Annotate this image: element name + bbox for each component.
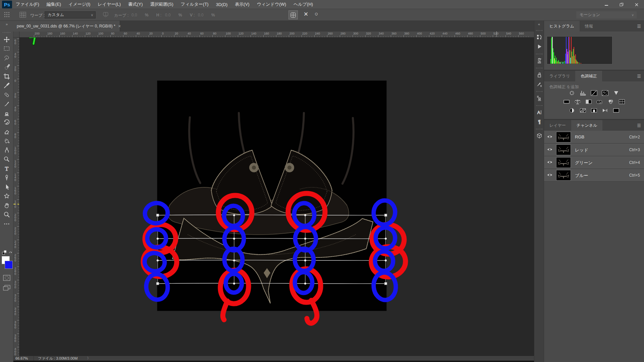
menu-item-3[interactable]: レイヤー(L) (94, 0, 124, 9)
warp-control-point[interactable] (304, 238, 306, 240)
default-colors-icon[interactable] (1, 250, 13, 255)
screen-mode-button[interactable] (3, 285, 10, 291)
warp-control-point[interactable] (304, 283, 306, 285)
channel-row-red[interactable]: レッドCtrl+3 (544, 143, 644, 156)
tool-path-selection[interactable] (0, 182, 13, 191)
restore-button[interactable] (614, 0, 629, 9)
adjustment-threshold-icon[interactable] (590, 108, 598, 113)
dock-panel-brushes[interactable] (534, 70, 544, 79)
dock-panel-actions[interactable] (534, 42, 544, 51)
visibility-eye-icon[interactable] (547, 160, 553, 166)
adjustment-selective-color-icon[interactable] (601, 108, 609, 113)
document-tab[interactable]: pew_00_uw_0031.dds @ 66.7% (レイヤー 0, RGB/… (13, 21, 120, 32)
cancel-transform-button[interactable]: ✕ (304, 11, 308, 18)
adjustment-gradient-map-icon[interactable] (612, 108, 620, 113)
adjustment-brightness-contrast-icon[interactable] (568, 90, 576, 96)
warp-corner-handle[interactable] (384, 214, 387, 217)
channel-thumbnail[interactable] (556, 157, 571, 168)
tool-eyedropper[interactable] (0, 81, 13, 90)
adjustment-black-white-icon[interactable] (585, 99, 593, 105)
adjustment-color-lookup-icon[interactable] (618, 99, 626, 105)
warp-control-point[interactable] (385, 259, 387, 261)
tool-hand[interactable] (0, 201, 13, 210)
menu-item-5[interactable]: 選択範囲(S) (147, 0, 177, 9)
tab-layers[interactable]: レイヤー (544, 120, 571, 131)
tab-adjustments[interactable]: 色調補正 (575, 71, 602, 81)
adjustment-exposure-icon[interactable] (601, 90, 609, 96)
horizontal-ruler[interactable]: 2001801601401201008060402002040608010012… (19, 32, 534, 38)
close-button[interactable] (629, 0, 644, 9)
tool-quick-selection[interactable] (0, 63, 13, 72)
tool-pen[interactable] (0, 173, 13, 182)
visibility-eye-icon[interactable] (547, 147, 553, 153)
warp-control-point[interactable] (233, 238, 235, 240)
tab-histogram[interactable]: ヒストグラム (544, 21, 580, 32)
tool-clone-stamp[interactable] (0, 109, 13, 118)
channel-thumbnail[interactable] (556, 170, 571, 181)
menu-item-2[interactable]: イメージ(I) (65, 0, 94, 9)
dock-panel-3d[interactable] (534, 131, 544, 140)
tool-custom-shape[interactable] (0, 192, 13, 201)
channel-row-blue[interactable]: ブルーCtrl+5 (544, 169, 644, 182)
warp-control-point[interactable] (233, 283, 235, 285)
tab-info[interactable]: 情報 (580, 21, 598, 32)
menu-item-4[interactable]: 書式(Y) (124, 0, 146, 9)
visibility-eye-icon[interactable] (547, 173, 553, 179)
minimize-button[interactable] (599, 0, 614, 9)
warp-corner-handle[interactable] (156, 214, 159, 217)
menu-item-7[interactable]: 3D(D) (212, 0, 231, 9)
adjustment-posterize-icon[interactable] (579, 108, 587, 113)
warp-corner-handle[interactable] (156, 282, 159, 285)
tool-dodge[interactable] (0, 155, 13, 164)
document-canvas[interactable] (19, 38, 534, 356)
tool-move[interactable] (0, 35, 13, 44)
warp-control-point[interactable] (157, 259, 159, 261)
adjustment-invert-icon[interactable] (568, 108, 576, 113)
dock-panel-character[interactable]: A (534, 108, 544, 117)
channel-thumbnail[interactable] (556, 132, 571, 142)
warp-control-point[interactable] (233, 259, 235, 261)
canvas-viewport[interactable] (19, 38, 534, 356)
warp-control-point[interactable] (233, 214, 235, 216)
warp-style-select[interactable]: カスタム ∨ (45, 11, 96, 18)
adjustment-curves-icon[interactable] (590, 90, 598, 96)
channel-row-green[interactable]: グリーンCtrl+4 (544, 156, 644, 169)
warp-control-point[interactable] (304, 214, 306, 216)
panel-menu-icon[interactable]: ☰ (637, 123, 641, 128)
visibility-eye-icon[interactable] (547, 134, 553, 140)
channel-thumbnail[interactable] (556, 144, 571, 155)
dock-collapse-button[interactable]: « (534, 21, 544, 28)
warp-control-point[interactable] (157, 238, 159, 240)
menu-item-0[interactable]: ファイル(F) (12, 0, 43, 9)
vertical-ruler[interactable]: 6 04 02 002 04 06 08 01 0 01 2 01 4 01 6… (13, 38, 19, 356)
tool-crop[interactable] (0, 72, 13, 81)
tab-close-icon[interactable]: ✕ (118, 24, 121, 28)
commit-transform-button[interactable]: ○ (315, 11, 318, 17)
adjustment-hue-saturation-icon[interactable] (562, 99, 571, 105)
channel-row-rgb[interactable]: RGBCtrl+2 (544, 131, 644, 143)
menu-item-10[interactable]: ヘルプ(H) (290, 0, 317, 9)
tab-libraries[interactable]: ライブラリ (544, 71, 575, 81)
tool-type[interactable]: T (0, 164, 13, 173)
tool-smudge[interactable] (0, 145, 13, 155)
warp-corner-handle[interactable] (384, 282, 387, 285)
dock-panel-paragraph[interactable]: ¶ (534, 117, 544, 126)
dock-panel-properties[interactable] (534, 56, 544, 65)
tool-history-brush[interactable] (0, 118, 13, 127)
background-color-swatch[interactable] (5, 261, 13, 269)
workspace-switcher[interactable]: モーション ∨ (576, 11, 637, 18)
menu-item-8[interactable]: 表示(V) (231, 0, 253, 9)
adjustment-vibrance-icon[interactable] (612, 90, 620, 96)
tool-lasso[interactable] (0, 53, 13, 62)
tool-brush[interactable] (0, 100, 13, 109)
tool-spot-healing-brush[interactable] (0, 90, 13, 99)
dock-panel-tool-presets[interactable] (534, 80, 544, 88)
tab-channels[interactable]: チャンネル (571, 120, 602, 131)
warp-control-point[interactable] (385, 238, 387, 240)
warp-split-toggle[interactable] (288, 10, 298, 19)
menu-item-6[interactable]: フィルター(T) (177, 0, 212, 9)
adjustment-color-balance-icon[interactable] (574, 99, 582, 105)
quick-mask-button[interactable] (3, 275, 10, 281)
zoom-level-field[interactable]: 66.67% (13, 356, 34, 360)
adjustment-levels-icon[interactable] (579, 90, 587, 96)
